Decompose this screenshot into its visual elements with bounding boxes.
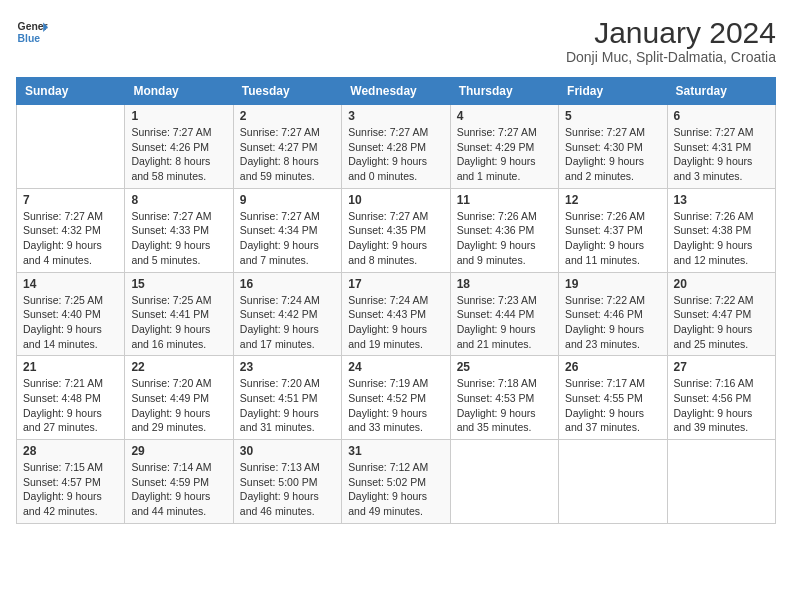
cell-info: Sunrise: 7:16 AMSunset: 4:56 PMDaylight:… xyxy=(674,377,754,433)
calendar-cell: 21 Sunrise: 7:21 AMSunset: 4:48 PMDaylig… xyxy=(17,356,125,440)
cell-date: 13 xyxy=(674,193,769,207)
cell-info: Sunrise: 7:27 AMSunset: 4:29 PMDaylight:… xyxy=(457,126,537,182)
header-friday: Friday xyxy=(559,78,667,105)
cell-date: 31 xyxy=(348,444,443,458)
cell-info: Sunrise: 7:26 AMSunset: 4:37 PMDaylight:… xyxy=(565,210,645,266)
cell-date: 25 xyxy=(457,360,552,374)
calendar-cell xyxy=(559,440,667,524)
cell-date: 17 xyxy=(348,277,443,291)
calendar-cell: 2 Sunrise: 7:27 AMSunset: 4:27 PMDayligh… xyxy=(233,105,341,189)
cell-info: Sunrise: 7:26 AMSunset: 4:38 PMDaylight:… xyxy=(674,210,754,266)
cell-date: 15 xyxy=(131,277,226,291)
cell-info: Sunrise: 7:27 AMSunset: 4:33 PMDaylight:… xyxy=(131,210,211,266)
cell-info: Sunrise: 7:17 AMSunset: 4:55 PMDaylight:… xyxy=(565,377,645,433)
calendar-cell: 10 Sunrise: 7:27 AMSunset: 4:35 PMDaylig… xyxy=(342,188,450,272)
calendar-cell: 17 Sunrise: 7:24 AMSunset: 4:43 PMDaylig… xyxy=(342,272,450,356)
calendar-cell: 6 Sunrise: 7:27 AMSunset: 4:31 PMDayligh… xyxy=(667,105,775,189)
calendar-cell: 22 Sunrise: 7:20 AMSunset: 4:49 PMDaylig… xyxy=(125,356,233,440)
cell-date: 26 xyxy=(565,360,660,374)
calendar-header: Sunday Monday Tuesday Wednesday Thursday… xyxy=(17,78,776,105)
calendar-cell xyxy=(667,440,775,524)
cell-date: 10 xyxy=(348,193,443,207)
calendar-cell: 24 Sunrise: 7:19 AMSunset: 4:52 PMDaylig… xyxy=(342,356,450,440)
title-block: January 2024 Donji Muc, Split-Dalmatia, … xyxy=(566,16,776,65)
calendar-body: 1 Sunrise: 7:27 AMSunset: 4:26 PMDayligh… xyxy=(17,105,776,524)
cell-info: Sunrise: 7:19 AMSunset: 4:52 PMDaylight:… xyxy=(348,377,428,433)
cell-date: 21 xyxy=(23,360,118,374)
cell-date: 22 xyxy=(131,360,226,374)
header-row: Sunday Monday Tuesday Wednesday Thursday… xyxy=(17,78,776,105)
calendar-week-4: 21 Sunrise: 7:21 AMSunset: 4:48 PMDaylig… xyxy=(17,356,776,440)
calendar-week-2: 7 Sunrise: 7:27 AMSunset: 4:32 PMDayligh… xyxy=(17,188,776,272)
header-wednesday: Wednesday xyxy=(342,78,450,105)
calendar-cell: 12 Sunrise: 7:26 AMSunset: 4:37 PMDaylig… xyxy=(559,188,667,272)
cell-date: 11 xyxy=(457,193,552,207)
cell-info: Sunrise: 7:14 AMSunset: 4:59 PMDaylight:… xyxy=(131,461,211,517)
cell-date: 19 xyxy=(565,277,660,291)
calendar-cell: 27 Sunrise: 7:16 AMSunset: 4:56 PMDaylig… xyxy=(667,356,775,440)
header-monday: Monday xyxy=(125,78,233,105)
header-tuesday: Tuesday xyxy=(233,78,341,105)
calendar-cell: 28 Sunrise: 7:15 AMSunset: 4:57 PMDaylig… xyxy=(17,440,125,524)
cell-date: 23 xyxy=(240,360,335,374)
cell-info: Sunrise: 7:27 AMSunset: 4:34 PMDaylight:… xyxy=(240,210,320,266)
cell-info: Sunrise: 7:24 AMSunset: 4:43 PMDaylight:… xyxy=(348,294,428,350)
cell-info: Sunrise: 7:25 AMSunset: 4:41 PMDaylight:… xyxy=(131,294,211,350)
calendar-week-3: 14 Sunrise: 7:25 AMSunset: 4:40 PMDaylig… xyxy=(17,272,776,356)
cell-date: 2 xyxy=(240,109,335,123)
cell-date: 5 xyxy=(565,109,660,123)
calendar-cell: 9 Sunrise: 7:27 AMSunset: 4:34 PMDayligh… xyxy=(233,188,341,272)
cell-date: 14 xyxy=(23,277,118,291)
cell-info: Sunrise: 7:27 AMSunset: 4:32 PMDaylight:… xyxy=(23,210,103,266)
cell-info: Sunrise: 7:26 AMSunset: 4:36 PMDaylight:… xyxy=(457,210,537,266)
calendar-cell: 8 Sunrise: 7:27 AMSunset: 4:33 PMDayligh… xyxy=(125,188,233,272)
cell-info: Sunrise: 7:13 AMSunset: 5:00 PMDaylight:… xyxy=(240,461,320,517)
calendar-cell: 1 Sunrise: 7:27 AMSunset: 4:26 PMDayligh… xyxy=(125,105,233,189)
calendar-cell: 23 Sunrise: 7:20 AMSunset: 4:51 PMDaylig… xyxy=(233,356,341,440)
calendar-cell: 5 Sunrise: 7:27 AMSunset: 4:30 PMDayligh… xyxy=(559,105,667,189)
cell-info: Sunrise: 7:27 AMSunset: 4:26 PMDaylight:… xyxy=(131,126,211,182)
cell-date: 9 xyxy=(240,193,335,207)
calendar-cell: 25 Sunrise: 7:18 AMSunset: 4:53 PMDaylig… xyxy=(450,356,558,440)
cell-info: Sunrise: 7:15 AMSunset: 4:57 PMDaylight:… xyxy=(23,461,103,517)
calendar-cell: 4 Sunrise: 7:27 AMSunset: 4:29 PMDayligh… xyxy=(450,105,558,189)
cell-info: Sunrise: 7:22 AMSunset: 4:47 PMDaylight:… xyxy=(674,294,754,350)
calendar-cell: 16 Sunrise: 7:24 AMSunset: 4:42 PMDaylig… xyxy=(233,272,341,356)
cell-date: 28 xyxy=(23,444,118,458)
calendar-cell: 20 Sunrise: 7:22 AMSunset: 4:47 PMDaylig… xyxy=(667,272,775,356)
calendar-cell: 31 Sunrise: 7:12 AMSunset: 5:02 PMDaylig… xyxy=(342,440,450,524)
header-thursday: Thursday xyxy=(450,78,558,105)
calendar-cell xyxy=(450,440,558,524)
calendar-cell: 29 Sunrise: 7:14 AMSunset: 4:59 PMDaylig… xyxy=(125,440,233,524)
cell-date: 12 xyxy=(565,193,660,207)
page-header: General Blue January 2024 Donji Muc, Spl… xyxy=(16,16,776,65)
cell-date: 29 xyxy=(131,444,226,458)
calendar-week-1: 1 Sunrise: 7:27 AMSunset: 4:26 PMDayligh… xyxy=(17,105,776,189)
calendar-cell: 30 Sunrise: 7:13 AMSunset: 5:00 PMDaylig… xyxy=(233,440,341,524)
cell-info: Sunrise: 7:20 AMSunset: 4:51 PMDaylight:… xyxy=(240,377,320,433)
cell-date: 18 xyxy=(457,277,552,291)
calendar-week-5: 28 Sunrise: 7:15 AMSunset: 4:57 PMDaylig… xyxy=(17,440,776,524)
logo-icon: General Blue xyxy=(16,16,48,48)
calendar-cell: 18 Sunrise: 7:23 AMSunset: 4:44 PMDaylig… xyxy=(450,272,558,356)
calendar-cell: 15 Sunrise: 7:25 AMSunset: 4:41 PMDaylig… xyxy=(125,272,233,356)
cell-info: Sunrise: 7:27 AMSunset: 4:30 PMDaylight:… xyxy=(565,126,645,182)
calendar-cell: 19 Sunrise: 7:22 AMSunset: 4:46 PMDaylig… xyxy=(559,272,667,356)
calendar-cell xyxy=(17,105,125,189)
cell-info: Sunrise: 7:27 AMSunset: 4:28 PMDaylight:… xyxy=(348,126,428,182)
calendar-cell: 3 Sunrise: 7:27 AMSunset: 4:28 PMDayligh… xyxy=(342,105,450,189)
cell-info: Sunrise: 7:25 AMSunset: 4:40 PMDaylight:… xyxy=(23,294,103,350)
cell-date: 27 xyxy=(674,360,769,374)
calendar-cell: 14 Sunrise: 7:25 AMSunset: 4:40 PMDaylig… xyxy=(17,272,125,356)
cell-info: Sunrise: 7:23 AMSunset: 4:44 PMDaylight:… xyxy=(457,294,537,350)
cell-date: 1 xyxy=(131,109,226,123)
cell-date: 7 xyxy=(23,193,118,207)
cell-info: Sunrise: 7:27 AMSunset: 4:27 PMDaylight:… xyxy=(240,126,320,182)
cell-date: 16 xyxy=(240,277,335,291)
cell-info: Sunrise: 7:18 AMSunset: 4:53 PMDaylight:… xyxy=(457,377,537,433)
header-sunday: Sunday xyxy=(17,78,125,105)
page-subtitle: Donji Muc, Split-Dalmatia, Croatia xyxy=(566,49,776,65)
calendar-cell: 7 Sunrise: 7:27 AMSunset: 4:32 PMDayligh… xyxy=(17,188,125,272)
cell-info: Sunrise: 7:22 AMSunset: 4:46 PMDaylight:… xyxy=(565,294,645,350)
calendar-cell: 13 Sunrise: 7:26 AMSunset: 4:38 PMDaylig… xyxy=(667,188,775,272)
